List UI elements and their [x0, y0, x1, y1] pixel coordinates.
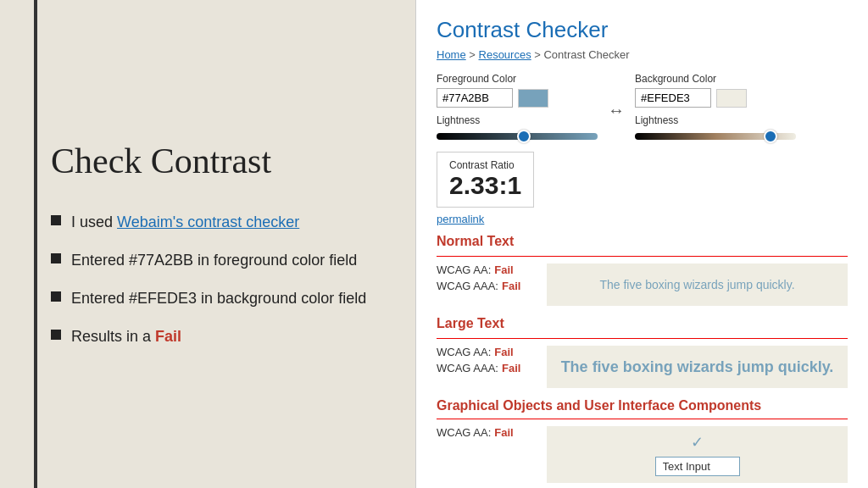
graphical-wcag-aa-label: WCAG AA: [437, 426, 491, 439]
swap-button[interactable]: ↔ [604, 101, 628, 120]
large-text-wcag: WCAG AA: Fail WCAG AAA: Fail [437, 346, 538, 388]
graphical-preview: ✓ [547, 426, 848, 483]
bullet-icon [51, 291, 61, 302]
graphical-wcag-aa-result: Fail [494, 426, 513, 439]
large-text-preview: The five boxing wizards jump quickly. [547, 346, 848, 388]
contrast-ratio-box: Contrast Ratio 2.33:1 [437, 152, 534, 208]
large-wcag-aa-label: WCAG AA: [437, 346, 491, 358]
bullet-text-4: Results in a Fail [71, 326, 181, 347]
contrast-ratio-value: 2.33:1 [449, 171, 521, 200]
background-input-row [635, 88, 796, 108]
large-text-divider [437, 338, 848, 339]
background-field: Background Color Lightness [635, 73, 796, 140]
foreground-hex-input[interactable] [437, 88, 513, 108]
large-preview-text: The five boxing wizards jump quickly. [561, 358, 834, 376]
contrast-ratio-label: Contrast Ratio [449, 159, 521, 171]
bullet-text-3: Entered #EFEDE3 in background color fiel… [71, 288, 366, 309]
background-slider-thumb [764, 130, 777, 143]
background-hex-input[interactable] [635, 88, 711, 108]
normal-wcag-aaa-result: Fail [502, 280, 520, 292]
normal-wcag-aaa-row: WCAG AAA: Fail [437, 280, 538, 292]
background-slider[interactable] [635, 133, 796, 140]
large-wcag-aa-result: Fail [494, 346, 513, 358]
graphical-divider [437, 419, 848, 419]
bullet-list: I used Webaim's contrast checker Entered… [51, 212, 381, 348]
normal-text-divider [437, 256, 848, 257]
background-label: Background Color [635, 73, 796, 85]
bullet-icon [51, 253, 61, 263]
normal-text-title: Normal Text [437, 234, 848, 251]
normal-text-wcag: WCAG AA: Fail WCAG AAA: Fail [437, 263, 538, 306]
checkmark-icon: ✓ [691, 433, 704, 452]
foreground-slider[interactable] [437, 133, 598, 140]
normal-wcag-aa-row: WCAG AA: Fail [437, 263, 538, 276]
list-item: I used Webaim's contrast checker [51, 212, 381, 233]
graphical-wcag: WCAG AA: Fail [437, 426, 538, 483]
background-lightness-label: Lightness [635, 114, 796, 126]
large-text-section: WCAG AA: Fail WCAG AAA: Fail The five bo… [437, 346, 848, 388]
list-item: Entered #EFEDE3 in background color fiel… [51, 288, 381, 309]
text-input-demo[interactable] [655, 457, 740, 476]
bullet-icon [51, 330, 61, 340]
checker-title: Contrast Checker [437, 17, 848, 43]
list-item: Entered #77A2BB in foreground color fiel… [51, 250, 381, 271]
normal-text-section: WCAG AA: Fail WCAG AAA: Fail The five bo… [437, 263, 848, 306]
breadcrumb-current: Contrast Checker [543, 48, 629, 61]
large-wcag-aaa-row: WCAG AAA: Fail [437, 362, 538, 374]
color-inputs-row: Foreground Color Lightness ↔ Background … [437, 73, 848, 140]
bullet-text-1: I used Webaim's contrast checker [71, 212, 299, 233]
permalink-link[interactable]: permalink [437, 213, 848, 225]
fail-label: Fail [155, 328, 181, 345]
background-swatch [716, 89, 747, 108]
graphical-title: Graphical Objects and User Interface Com… [437, 398, 848, 413]
normal-wcag-aa-result: Fail [494, 263, 513, 276]
foreground-field: Foreground Color Lightness [437, 73, 598, 140]
normal-wcag-aa-label: WCAG AA: [437, 263, 491, 276]
large-wcag-aaa-label: WCAG AAA: [437, 362, 498, 374]
right-panel: Contrast Checker Home > Resources > Cont… [415, 0, 868, 488]
foreground-slider-thumb [517, 130, 531, 143]
foreground-swatch [518, 89, 548, 108]
webaim-link[interactable]: Webaim's contrast checker [117, 214, 299, 230]
graphical-wcag-aa-row: WCAG AA: Fail [437, 426, 538, 439]
graphical-section: WCAG AA: Fail ✓ [437, 426, 848, 483]
normal-text-preview: The five boxing wizards jump quickly. [547, 263, 848, 306]
bullet-text-2: Entered #77A2BB in foreground color fiel… [71, 250, 357, 271]
large-wcag-aaa-result: Fail [502, 362, 520, 374]
foreground-input-row [437, 88, 598, 108]
slide-title: Check Contrast [51, 141, 381, 181]
large-text-title: Large Text [437, 316, 848, 333]
bullet-icon [51, 215, 61, 225]
breadcrumb-home[interactable]: Home [437, 48, 466, 61]
breadcrumb-resources[interactable]: Resources [479, 48, 531, 61]
normal-wcag-aaa-label: WCAG AAA: [437, 280, 498, 292]
large-wcag-aa-row: WCAG AA: Fail [437, 346, 538, 358]
normal-preview-text: The five boxing wizards jump quickly. [599, 278, 794, 291]
left-panel: Check Contrast I used Webaim's contrast … [0, 0, 415, 488]
breadcrumb: Home > Resources > Contrast Checker [437, 48, 848, 61]
list-item: Results in a Fail [51, 326, 381, 347]
foreground-label: Foreground Color [437, 73, 598, 85]
foreground-lightness-label: Lightness [437, 114, 598, 126]
